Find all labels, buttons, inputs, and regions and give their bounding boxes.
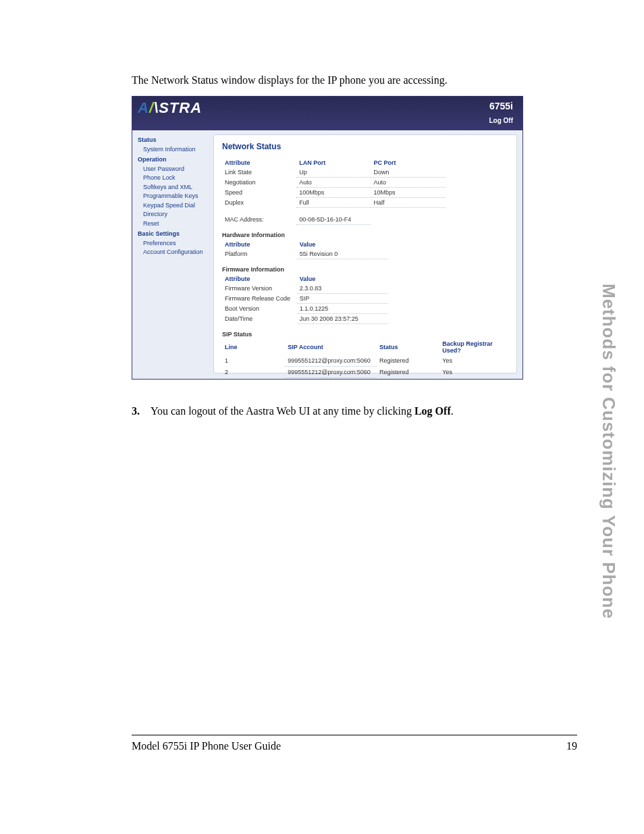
- sidebar-item-user-password[interactable]: User Password: [138, 165, 211, 174]
- network-status-table: Attribute LAN Port PC Port Link StateUpD…: [222, 158, 508, 225]
- sidebar-group-operation: Operation: [138, 155, 211, 165]
- table-row: NegotiationAutoAuto: [222, 178, 508, 188]
- sip-status-title: SIP Status: [222, 331, 508, 338]
- sip-hdr-account: SIP Account: [285, 339, 377, 355]
- page-title: Network Status: [222, 142, 508, 151]
- section-tab: Methods for Customizing Your Phone: [597, 284, 620, 716]
- net-hdr-attribute: Attribute: [222, 158, 296, 167]
- model-label: 6755i: [489, 101, 513, 111]
- hardware-info-table: Attribute Value Platform55i Revision 0: [222, 240, 388, 259]
- footer-left: Model 6755i IP Phone User Guide: [132, 740, 281, 752]
- net-hdr-lan: LAN Port: [296, 158, 371, 167]
- sidebar-group-status: Status: [138, 136, 211, 145]
- content-panel: Network Status Attribute LAN Port PC Por…: [213, 134, 517, 373]
- table-row: Link StateUpDown: [222, 167, 508, 178]
- table-row: 29995551212@proxy.com:5060RegisteredYes: [222, 366, 508, 377]
- table-row: 39995551212@proxy.com:5060RegisteredYes: [222, 377, 508, 380]
- sidebar-item-system-information[interactable]: System Information: [138, 145, 211, 155]
- sidebar-item-preferences[interactable]: Preferences: [138, 239, 211, 249]
- sidebar-item-account-configuration[interactable]: Account Configuration: [138, 248, 211, 257]
- fw-hdr-value: Value: [297, 274, 388, 284]
- table-row: Boot Version1.1.0.1225: [222, 303, 388, 313]
- brand-logo: A/\STRA: [138, 99, 202, 117]
- mac-label: MAC Address:: [222, 215, 296, 225]
- table-row: Date/TimeJun 30 2008 23:57:25: [222, 313, 388, 323]
- mac-row: MAC Address:00-08-5D-16-10-F4: [222, 215, 508, 225]
- step-3: 3. You can logout of the Aastra Web UI a…: [132, 405, 577, 417]
- brand-a: A: [138, 99, 149, 116]
- hw-hdr-attribute: Attribute: [222, 240, 297, 249]
- hardware-info-title: Hardware Information: [222, 232, 508, 238]
- logoff-link[interactable]: Log Off: [489, 117, 513, 124]
- step-text: You can logout of the Aastra Web UI at a…: [151, 405, 454, 417]
- table-row: Firmware Version2.3.0.83: [222, 284, 388, 294]
- firmware-info-table: Attribute Value Firmware Version2.3.0.83…: [222, 274, 388, 324]
- footer-page-number: 19: [566, 740, 577, 752]
- mac-value: 00-08-5D-16-10-F4: [296, 215, 371, 225]
- sidebar-item-keypad-speed-dial[interactable]: Keypad Speed Dial: [138, 201, 211, 211]
- table-row: Speed100Mbps10Mbps: [222, 188, 508, 198]
- brand-rest: \STRA: [154, 99, 202, 116]
- sidebar-item-reset[interactable]: Reset: [138, 219, 211, 229]
- sip-hdr-backup: Backup Registrar Used?: [439, 339, 508, 355]
- intro-text: The Network Status window displays for t…: [132, 74, 577, 86]
- hw-hdr-value: Value: [297, 240, 388, 249]
- sidebar-item-softkeys-xml[interactable]: Softkeys and XML: [138, 183, 211, 192]
- screenshot-panel: A/\STRA 6755i Log Off Status System Info…: [132, 96, 523, 380]
- sip-hdr-status: Status: [377, 339, 439, 355]
- table-row: Firmware Release CodeSIP: [222, 293, 388, 303]
- sip-hdr-line: Line: [222, 339, 285, 355]
- sip-status-table: Line SIP Account Status Backup Registrar…: [222, 339, 508, 380]
- footer-rule: [132, 735, 577, 735]
- ui-header: A/\STRA 6755i Log Off: [132, 97, 522, 130]
- sidebar-item-programmable-keys[interactable]: Programmable Keys: [138, 192, 211, 201]
- table-row: DuplexFullHalf: [222, 198, 508, 208]
- table-row: Platform55i Revision 0: [222, 249, 388, 259]
- page-footer: Model 6755i IP Phone User Guide 19: [132, 740, 577, 752]
- sidebar-item-directory[interactable]: Directory: [138, 210, 211, 219]
- sidebar-group-basic-settings: Basic Settings: [138, 230, 211, 239]
- step-number: 3.: [132, 405, 151, 417]
- firmware-info-title: Firmware Information: [222, 266, 508, 273]
- net-hdr-pc: PC Port: [371, 158, 445, 167]
- sidebar-item-phone-lock[interactable]: Phone Lock: [138, 174, 211, 183]
- sidebar: Status System Information Operation User…: [132, 130, 213, 379]
- brand-slash: /: [149, 99, 154, 116]
- table-row: 19995551212@proxy.com:5060RegisteredYes: [222, 355, 508, 367]
- fw-hdr-attribute: Attribute: [222, 274, 297, 284]
